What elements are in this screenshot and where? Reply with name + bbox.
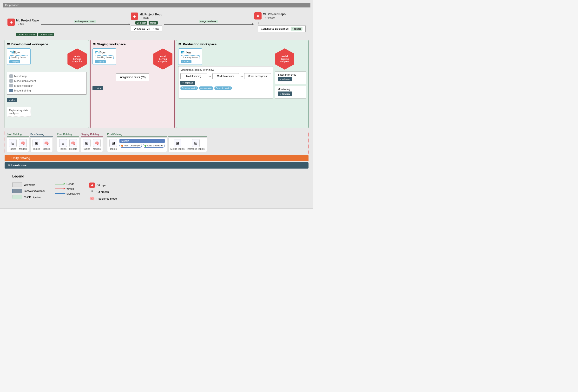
prod-workflow-title: Model train-deploy Workflow xyxy=(180,68,271,71)
task-label-monitoring: Monitoring xyxy=(14,75,27,78)
step-arrow-2: → xyxy=(240,74,243,78)
branch-icon-3: ⑂ xyxy=(264,16,266,19)
legend-item-job: Job/Workflow task xyxy=(12,189,45,193)
legend-item-writes: Writes xyxy=(55,187,80,190)
prod-workspace: ≋ Production workspace mlflow Tracking S… xyxy=(176,40,308,128)
legend-col-1: Workflow Job/Workflow task CI/CD pipelin… xyxy=(12,183,45,201)
promote-model-badge: Promote model xyxy=(214,87,232,90)
tables-label-2: Tables xyxy=(59,147,66,150)
dev-tracking-server: Tracking Server xyxy=(9,55,28,59)
task-label-training: Model training xyxy=(14,89,31,92)
lakehouse-bar: ≋ Lakehouse xyxy=(4,162,308,169)
catalog-header-prod-1: Prod Catalog xyxy=(7,133,29,137)
prod-catalogs: Prod Catalog ⊞ Tables Models xyxy=(107,133,306,152)
lakehouse-icon: ≋ xyxy=(7,164,10,167)
branch-icon-2: ⑂ xyxy=(141,16,143,19)
catalogs-row: Prod Catalog ⊞ Tables 🧠 Models xyxy=(7,133,306,152)
alias-challenger-label: Alias: Challenger xyxy=(124,145,140,147)
git-icon-3: ◈ xyxy=(254,12,262,19)
legend-item-reads: Reads xyxy=(55,183,80,185)
arrow-2-label: Merge to release xyxy=(199,20,218,23)
task-model-validation: Model validation xyxy=(8,83,85,88)
catalog-item-metric-tables: ⊞ Metric Tables xyxy=(171,139,185,150)
models-icon-1: 🧠 xyxy=(19,139,27,147)
prod-model-serving: ModelServingEndpoint xyxy=(275,49,294,70)
alias-champion-label: Alias: Champion xyxy=(147,145,163,147)
legend-arrow-mlflow xyxy=(55,193,65,194)
prod-workspace-icon: ≋ xyxy=(178,42,181,47)
dev-workspace-icon: ≋ xyxy=(7,42,10,47)
alias-dot-green xyxy=(144,145,146,147)
prod-workspace-title: ≋ Production workspace xyxy=(178,42,306,47)
alias-champion: Alias: Champion xyxy=(143,144,165,147)
legend-arrow-reads xyxy=(55,184,65,185)
legend-label-reads: Reads xyxy=(66,183,74,185)
legend-box-workflow xyxy=(12,183,22,187)
staging-workspace-title: ≋ Staging workspace xyxy=(93,42,172,47)
legend-item-mlflow-api: MLflow API xyxy=(55,192,80,195)
staging-top-row: mlflow Tracking Server Logging ModelServ… xyxy=(93,49,172,70)
unity-catalog-label: Unity Catalog xyxy=(11,156,30,160)
task-model-deployment: Model deployment xyxy=(8,79,85,83)
top-flow: ◈ ML Project Repo ⑂ dev Pull request to … xyxy=(3,9,310,36)
dev-mlflow-box: mlflow Tracking Server Logging xyxy=(7,49,31,65)
arrow-1-label: Pull request to main xyxy=(74,20,96,23)
models-icon-staging: 🧠 xyxy=(93,139,101,147)
catalog-inner-prod-2: ⊞ Tables 🧠 Models xyxy=(57,138,79,152)
prod-workflow-box: Model train-deploy Workflow Model traini… xyxy=(178,66,273,98)
dev-workspace: ≋ Development workspace mlflow Tracking … xyxy=(4,40,89,128)
catalog-prod-prod: Prod Catalog ⊞ Tables Models xyxy=(107,133,167,152)
catalog-prod-dev: Prod Catalog ⊞ Tables 🧠 Models xyxy=(7,133,29,152)
prod-tracking-server: Tracking Server xyxy=(181,55,199,59)
models-title-bar: Models xyxy=(119,139,165,143)
cd-area: ↓ Continuous Deployment ⑂ release xyxy=(254,21,306,32)
catalog-prod-staging: Prod Catalog ⊞ Tables 🧠 Models xyxy=(57,133,79,152)
models-icon-dev: 🧠 xyxy=(43,139,50,147)
legend-label-cicd: CI/CD pipeline xyxy=(24,196,41,199)
workspaces-row: ≋ Development workspace mlflow Tracking … xyxy=(3,38,310,130)
unity-catalog-icon: ☰ xyxy=(7,156,10,160)
repo-1-branch: ⑂ dev xyxy=(18,22,39,26)
repo-3-col: ◈ ML Project Repo ⑂ release ↓ Continuous… xyxy=(254,12,306,32)
create-branch-badge: Create dev branch xyxy=(16,33,37,36)
cd-label: Continuous Deployment xyxy=(261,27,289,30)
tables-icon-dev: ⊞ xyxy=(33,139,40,147)
step-training: Model training xyxy=(180,73,207,79)
catalog-item-tables-1: ⊞ Tables xyxy=(9,139,17,150)
unit-tests-box: Unit tests (CI) ⑂ dev xyxy=(131,26,162,32)
models-label-staging: Models xyxy=(93,147,101,150)
tables-label-1: Tables xyxy=(9,147,16,150)
staging-tracking-server: Tracking Server xyxy=(95,55,114,59)
step-deployment: Model deployment xyxy=(244,73,271,79)
monitoring-box: Monitoring ⑂ release xyxy=(275,86,306,98)
alias-dot-orange xyxy=(121,145,123,147)
models-icon-2: 🧠 xyxy=(69,139,77,147)
task-bar-1 xyxy=(9,74,13,78)
legend-item-registered-model: 🧠 Registered model xyxy=(89,196,117,201)
inference-tables-label: Inference Tables xyxy=(187,147,204,150)
catalog-header-extra xyxy=(168,133,207,137)
models-label-dev: Models xyxy=(43,147,50,150)
batch-inference-box: Batch Inference ⑂ release xyxy=(275,72,306,84)
task-label-deployment: Model deployment xyxy=(14,79,36,82)
prod-mlflow-logo: mlflow xyxy=(181,50,191,54)
staging-inner: mlflow Tracking Server Logging ModelServ… xyxy=(93,49,172,91)
tables-icon-staging: ⊞ xyxy=(83,139,91,147)
legend-git-icon: ◈ xyxy=(89,183,95,188)
arrow-1-line xyxy=(41,24,129,25)
catalog-item-tables-dev: ⊞ Tables xyxy=(33,139,40,150)
catalog-spacer-2 xyxy=(104,133,106,152)
task-monitoring: Monitoring xyxy=(8,74,85,79)
catalog-item-models-staging: 🧠 Models xyxy=(93,139,101,150)
legend-label-job: Job/Workflow task xyxy=(24,190,45,192)
task-bar-4 xyxy=(9,89,13,92)
repo-2-header: ◈ ML Project Repo ⑂ main xyxy=(131,12,162,20)
step-arrow-1: → xyxy=(208,74,211,78)
legend-section: Legend Workflow Job/Workflow task CI/CD … xyxy=(3,170,310,206)
catalog-inner-dev: ⊞ Tables 🧠 Models xyxy=(30,138,52,152)
batch-inference-label: Batch Inference xyxy=(278,73,304,76)
assign-alias-badge: Assign alias xyxy=(199,87,213,90)
git-provider-bar: Git provider xyxy=(3,3,310,7)
models-label-1: Models xyxy=(19,147,27,150)
task-bar-3 xyxy=(9,84,13,87)
